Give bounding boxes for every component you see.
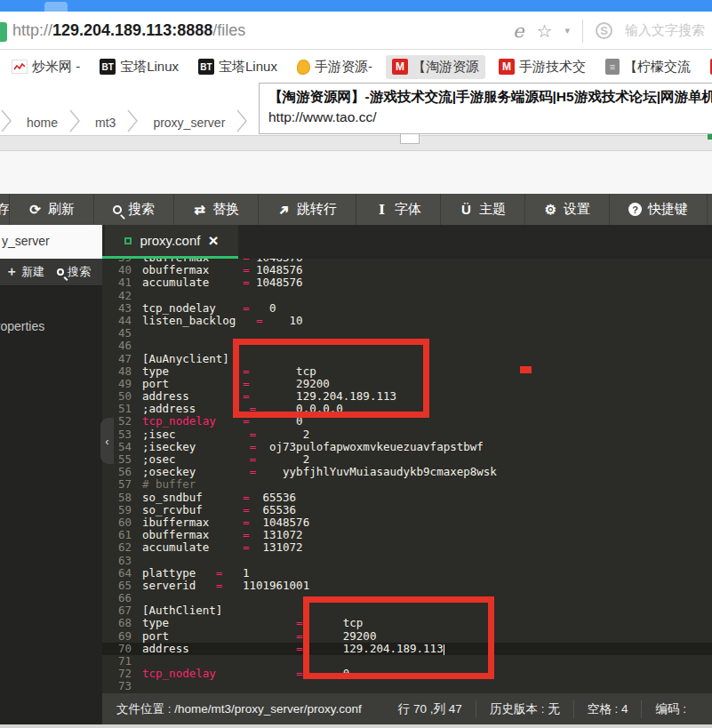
code-text: ;osec = 2 — [142, 453, 309, 466]
code-line[interactable]: 56;oseckey = yybfjhlYuvMuiasaudykb9cmaxe… — [102, 466, 712, 478]
toolbar-button-label: 设置 — [564, 201, 590, 218]
bookmark-label: 手游资源- — [315, 59, 372, 76]
sidebar-search-button[interactable]: 搜索 — [57, 264, 91, 280]
search-input[interactable]: 输入文字搜索 — [625, 22, 705, 39]
code-line[interactable]: 57# buffer — [102, 478, 712, 491]
code-line[interactable]: 59so_rcvbuf = 65536 — [102, 504, 712, 516]
code-text: so_sndbuf = 65536 — [142, 492, 296, 504]
code-line[interactable]: 64plattype = 1 — [102, 567, 712, 580]
spaces-setting[interactable]: 空格 : 4 — [574, 701, 642, 717]
bt-icon: BT — [100, 59, 116, 75]
code-line[interactable]: 44listen_backlog = 10 — [102, 315, 712, 327]
line-number: 47 — [102, 353, 142, 365]
browser-tab-strip[interactable] — [0, 0, 712, 12]
code-line[interactable]: 61obuffermax = 131072 — [102, 529, 712, 541]
breadcrumb-item-mt3[interactable]: mt3 — [81, 116, 126, 130]
bookmark-item[interactable]: BT宝塔Linux — [93, 55, 185, 79]
code-text: # buffer — [142, 478, 196, 491]
code-line[interactable]: 42 — [102, 290, 712, 302]
bookmark-item[interactable]: 炒米网 - — [5, 55, 86, 79]
save-button-partial[interactable]: 存 — [0, 194, 9, 225]
font-button[interactable]: I字体 — [356, 194, 440, 225]
settings-button[interactable]: ⚙设置 — [525, 194, 609, 225]
bookmark-star-icon[interactable]: ☆ — [537, 20, 553, 42]
code-line[interactable]: 54;iseckey = oj73pulofapwoxmvkeuezuavfap… — [102, 441, 712, 453]
history-version[interactable]: 历史版本 : 无 — [476, 701, 573, 717]
code-line[interactable]: 62accumulate = 131072 — [102, 541, 712, 554]
bookmark-item[interactable]: ≡【柠檬交流 — [599, 55, 697, 79]
bookmark-item[interactable]: M — [704, 55, 712, 78]
address-bar[interactable]: http://129.204.189.113:8888/files e ☆ ▾ … — [0, 12, 712, 50]
code-text: plattype = 1 — [142, 567, 249, 580]
bookmark-label: 炒米网 - — [32, 59, 80, 76]
toolbar-button-label: 刷新 — [48, 201, 75, 218]
tab-label: proxy.conf — [140, 233, 200, 248]
toolbar-button-label: 字体 — [395, 201, 421, 218]
dropdown-caret-icon[interactable]: ▾ — [564, 25, 570, 36]
page-gap — [0, 151, 712, 194]
m-icon: M — [499, 59, 515, 75]
chevron-icon — [0, 108, 12, 137]
bookmark-item[interactable]: M【淘游资源 — [386, 55, 485, 79]
line-number: 59 — [102, 504, 142, 516]
bookmark-label: 【柠檬交流 — [624, 59, 691, 76]
code-line[interactable]: 41accumulate = 1048576 — [102, 276, 712, 289]
refresh-button[interactable]: ⟳刷新 — [10, 194, 93, 225]
code-line[interactable]: 58so_sndbuf = 65536 — [102, 492, 712, 504]
toolbar-button-label: 搜索 — [128, 201, 155, 218]
bookmark-item[interactable]: M手游技术交 — [492, 55, 592, 79]
code-line[interactable]: 53;isec = 2 — [102, 428, 712, 441]
toolbar-button-label: 快捷键 — [648, 201, 688, 218]
sidebar-header-label: y_server — [2, 234, 50, 248]
chevron-icon — [68, 108, 81, 137]
tab-proxy-conf[interactable]: proxy.conf × — [105, 225, 238, 256]
search-button[interactable]: 搜索 — [94, 194, 173, 225]
code-line[interactable]: 55;osec = 2 — [102, 453, 712, 466]
bookmark-tooltip: 【淘游资源网】-游戏技术交流|手游服务端源码|H5游戏技术论坛|网游单机|手 h… — [259, 83, 712, 134]
code-line[interactable]: 40obuffermax = 1048576 — [102, 264, 712, 276]
breadcrumb-item-proxy_server[interactable]: proxy_server — [139, 116, 236, 130]
sidebar-bottom — [0, 693, 102, 724]
code-text: accumulate = 1048576 — [142, 276, 303, 289]
sidebar-header: y_server — [0, 225, 102, 259]
goto-line-icon: ➔ — [274, 199, 294, 220]
new-file-button[interactable]: ＋ 新建 — [5, 264, 44, 280]
url-part: 129.204.189.113:8888 — [52, 21, 212, 39]
code-line[interactable]: 65serverid = 1101961001 — [102, 580, 712, 592]
line-number: 62 — [102, 541, 142, 554]
code-line[interactable]: 73 — [102, 680, 712, 692]
encoding-setting[interactable]: 编码 : — [642, 701, 700, 717]
url-text[interactable]: http://129.204.189.113:8888/files — [12, 21, 245, 40]
sidebar-collapse-handle[interactable]: ‹ — [100, 418, 114, 464]
replace-icon: ⇄ — [193, 202, 206, 218]
chevron-icon — [126, 108, 139, 137]
bt-icon: BT — [198, 59, 214, 75]
plus-icon: ＋ — [5, 264, 18, 280]
chart-icon — [12, 60, 28, 74]
code-line[interactable]: 43tcp_nodelay = 0 — [102, 302, 712, 315]
line-number: 51 — [102, 403, 142, 415]
line-number: 73 — [102, 680, 142, 692]
close-tab-icon[interactable]: × — [208, 232, 218, 249]
annotation-dot — [520, 366, 532, 373]
bookmark-item[interactable]: BT宝塔Linux — [192, 55, 284, 79]
sidebar-file-item[interactable]: properties — [0, 319, 44, 333]
help-button[interactable]: ?快捷键 — [610, 194, 707, 225]
code-text: ;isec = 2 — [142, 428, 309, 441]
ie-compat-icon[interactable]: e — [513, 20, 524, 42]
bookmark-item[interactable]: 手游资源- — [291, 55, 379, 79]
line-number: 48 — [102, 365, 142, 378]
code-line[interactable]: 63 — [102, 555, 712, 567]
code-text: [AuAnyclient] — [142, 353, 229, 365]
code-line[interactable]: 60ibuffermax = 1048576 — [102, 516, 712, 529]
theme-button[interactable]: Ü主题 — [441, 194, 524, 225]
sidebar-toolbar: ＋ 新建 搜索 — [0, 259, 102, 286]
divider — [582, 20, 583, 43]
replace-button[interactable]: ⇄替换 — [174, 194, 258, 225]
goto-line-button[interactable]: ➔跳转行 — [259, 194, 356, 225]
search-engine-icon[interactable]: S — [596, 22, 612, 39]
editor-statusbar: 文件位置 : /home/mt3/proxy_server/proxy.conf… — [102, 693, 712, 724]
line-number: 45 — [102, 327, 142, 340]
breadcrumb-item-home[interactable]: home — [12, 116, 68, 130]
bookmark-label: 手游技术交 — [519, 59, 586, 76]
